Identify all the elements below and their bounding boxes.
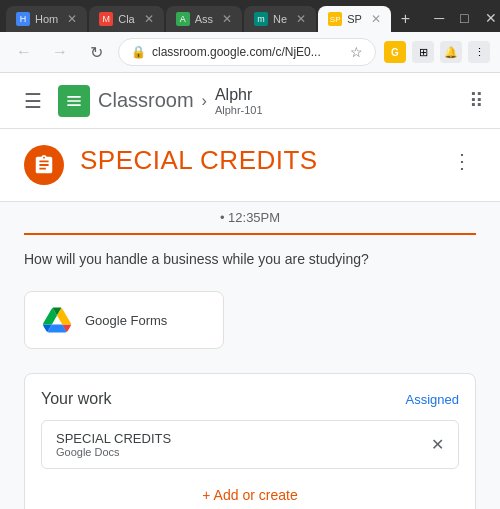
page-content: SPECIAL CREDITS ⋮ • 12:35PM How will you… — [0, 129, 500, 509]
maximize-button[interactable]: □ — [454, 8, 474, 28]
assignment-description: How will you handle a business while you… — [0, 235, 500, 283]
your-work-title: Your work — [41, 390, 112, 408]
tab-special[interactable]: SP SP ✕ — [318, 6, 391, 32]
tab-label-assignments: Ass — [195, 13, 213, 25]
url-text: classroom.google.com/c/NjE0... — [152, 45, 344, 59]
extension-icon-4[interactable]: ⋮ — [468, 41, 490, 63]
tab-bar: H Hom ✕ M Cla ✕ A Ass ✕ m Ne ✕ SP SP ✕ +… — [0, 0, 500, 32]
your-work-card: Your work Assigned SPECIAL CREDITS Googl… — [24, 373, 476, 509]
forward-button[interactable]: → — [46, 38, 74, 66]
your-work-header: Your work Assigned — [41, 390, 459, 408]
apps-grid-button[interactable]: ⠿ — [469, 89, 484, 113]
classroom-header: ☰ Classroom › Alphr Alphr-101 ⠿ — [0, 73, 500, 129]
new-tab-button[interactable]: + — [393, 6, 418, 32]
clipboard-icon — [33, 154, 55, 176]
tab-close-home[interactable]: ✕ — [67, 12, 77, 26]
work-item-info: SPECIAL CREDITS Google Docs — [56, 431, 421, 458]
work-item-type: Google Docs — [56, 446, 421, 458]
tab-favicon-home: H — [16, 12, 30, 26]
tab-label-special: SP — [347, 13, 362, 25]
more-options-button[interactable]: ⋮ — [448, 145, 476, 177]
extension-icons: G ⊞ 🔔 ⋮ — [384, 41, 490, 63]
work-item[interactable]: SPECIAL CREDITS Google Docs ✕ — [41, 420, 459, 469]
minimize-button[interactable]: ─ — [428, 8, 450, 28]
tab-favicon-special: SP — [328, 12, 342, 26]
lock-icon: 🔒 — [131, 45, 146, 59]
extension-icon-3[interactable]: 🔔 — [440, 41, 462, 63]
refresh-button[interactable]: ↻ — [82, 38, 110, 66]
tab-close-gmail[interactable]: ✕ — [144, 12, 154, 26]
breadcrumb-separator: › — [202, 92, 207, 110]
extension-icon-1[interactable]: G — [384, 41, 406, 63]
remove-work-item-button[interactable]: ✕ — [431, 435, 444, 454]
add-or-create-button[interactable]: + Add or create — [41, 479, 459, 509]
close-button[interactable]: ✕ — [479, 8, 500, 28]
assignment-title-area: SPECIAL CREDITS — [80, 145, 448, 176]
tab-assignments[interactable]: A Ass ✕ — [166, 6, 242, 32]
assignment-header: SPECIAL CREDITS ⋮ — [0, 129, 500, 202]
address-bar[interactable]: 🔒 classroom.google.com/c/NjE0... ☆ — [118, 38, 376, 66]
classroom-logo-icon — [64, 91, 84, 111]
attachment-label: Google Forms — [85, 313, 167, 328]
drive-icon-container — [41, 304, 73, 336]
tab-favicon-assignments: A — [176, 12, 190, 26]
assignment-title: SPECIAL CREDITS — [80, 145, 448, 176]
class-name-main: Alphr — [215, 86, 263, 104]
attachments-area: Google Forms — [0, 283, 500, 365]
tab-favicon-meet: m — [254, 12, 268, 26]
bookmark-icon[interactable]: ☆ — [350, 44, 363, 60]
browser-chrome: H Hom ✕ M Cla ✕ A Ass ✕ m Ne ✕ SP SP ✕ +… — [0, 0, 500, 73]
classroom-title-text: Classroom — [98, 89, 194, 112]
tab-meet[interactable]: m Ne ✕ — [244, 6, 316, 32]
tab-label-home: Hom — [35, 13, 58, 25]
tab-close-assignments[interactable]: ✕ — [222, 12, 232, 26]
add-or-create-label: + Add or create — [202, 487, 297, 503]
tab-close-meet[interactable]: ✕ — [296, 12, 306, 26]
hamburger-menu-button[interactable]: ☰ — [16, 81, 50, 121]
tab-favicon-gmail: M — [99, 12, 113, 26]
attachment-item[interactable]: Google Forms — [24, 291, 224, 349]
tab-home[interactable]: H Hom ✕ — [6, 6, 87, 32]
tab-label-meet: Ne — [273, 13, 287, 25]
google-drive-icon — [43, 306, 71, 334]
back-button[interactable]: ← — [10, 38, 38, 66]
tab-close-special[interactable]: ✕ — [371, 12, 381, 26]
class-name-area: Alphr Alphr-101 — [215, 86, 263, 116]
tab-gmail[interactable]: M Cla ✕ — [89, 6, 164, 32]
assignment-time: • 12:35PM — [24, 202, 476, 235]
assigned-status-badge: Assigned — [406, 392, 459, 407]
assignment-icon — [24, 145, 64, 185]
classroom-logo — [58, 85, 90, 117]
tab-label-gmail: Cla — [118, 13, 135, 25]
navigation-bar: ← → ↻ 🔒 classroom.google.com/c/NjE0... ☆… — [0, 32, 500, 73]
work-item-name: SPECIAL CREDITS — [56, 431, 421, 446]
extension-icon-2[interactable]: ⊞ — [412, 41, 434, 63]
class-code: Alphr-101 — [215, 104, 263, 116]
